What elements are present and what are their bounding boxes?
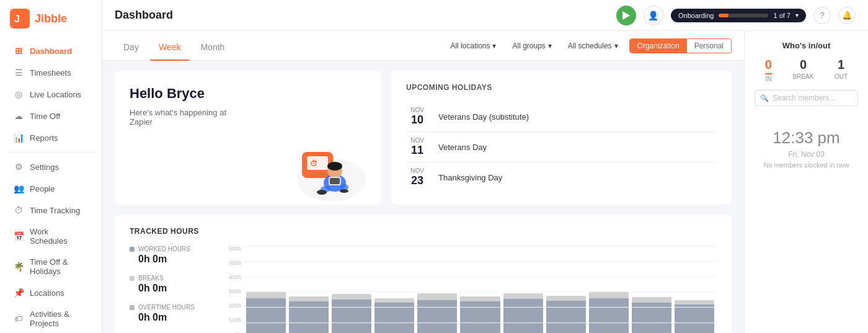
worked-label: WORKED HOURS — [138, 246, 190, 252]
page-title: Dashboard — [115, 9, 173, 22]
holiday-item-3: NOV 23 Thanksgiving Day — [406, 162, 717, 192]
bar-work-segment — [589, 298, 629, 333]
bar-work-segment — [246, 298, 286, 333]
onboarding-progress-bar — [719, 14, 768, 17]
svg-text:⏱: ⏱ — [310, 159, 317, 168]
y-label: 200h — [225, 303, 241, 309]
nav-divider — [7, 152, 94, 153]
holiday-month: NOV — [406, 167, 428, 174]
live-locations-icon: ◎ — [14, 89, 24, 99]
time-off-icon: ☁ — [14, 111, 24, 121]
onboarding-bar[interactable]: Onboarding 1 of 7 ▾ — [671, 9, 806, 22]
topbar-right: 👤 Onboarding 1 of 7 ▾ ? 🔔 — [616, 6, 856, 25]
dashboard-main: Day Week Month All locations ▾ All — [102, 31, 744, 333]
y-label: 500h — [225, 260, 241, 266]
personal-toggle-btn[interactable]: Personal — [687, 39, 731, 53]
bar-break-segment — [417, 293, 457, 300]
search-members-input[interactable]: 🔍 Search members... — [755, 90, 858, 106]
all-schedules-filter[interactable]: All schedules ▾ — [563, 39, 623, 53]
sidebar-item-people[interactable]: 👥 People — [4, 178, 98, 199]
tab-week[interactable]: Week — [150, 35, 190, 61]
sidebar-item-time-tracking[interactable]: ⏱ Time Tracking — [4, 200, 98, 221]
sidebar-item-locations[interactable]: 📌 Locations — [4, 282, 98, 303]
in-count: 0 — [765, 58, 772, 74]
sidebar-item-settings[interactable]: ⚙ Settings — [4, 156, 98, 177]
bar-break-segment — [675, 300, 714, 304]
holiday-day: 10 — [406, 113, 428, 127]
break-count: 0 — [793, 58, 814, 72]
holiday-item-1: NOV 10 Veterans Day (substitute) — [406, 102, 717, 132]
out-label: OUT — [835, 73, 848, 80]
welcome-illustration: ⏱ — [270, 118, 369, 205]
sidebar-item-live-locations[interactable]: ◎ Live Locations — [4, 84, 98, 105]
illustration-svg: ⏱ — [270, 118, 369, 205]
sidebar-item-label: Reports — [30, 133, 58, 143]
tab-month[interactable]: Month — [192, 35, 233, 61]
logo-text: Jibble — [35, 12, 67, 25]
sidebar-item-work-schedules[interactable]: 📅 Work Schedules — [4, 221, 98, 251]
holiday-date-1: NOV 10 — [406, 107, 428, 127]
all-locations-filter[interactable]: All locations ▾ — [445, 39, 501, 53]
bar-group — [675, 246, 714, 333]
content-area: Hello Bryce Here's what's happening at Z… — [102, 61, 744, 333]
all-schedules-label: All schedules — [568, 42, 612, 50]
welcome-title: Hello Bryce — [130, 86, 366, 102]
clock-in-status: No members clocked in now — [755, 161, 858, 169]
y-label: 400h — [225, 274, 241, 280]
svg-point-9 — [327, 162, 342, 171]
bar-break-segment — [246, 292, 286, 298]
logo[interactable]: J Jibble — [0, 0, 102, 37]
dashboard-icon: ⊞ — [14, 46, 24, 56]
locations-icon: 📌 — [14, 288, 24, 298]
bar-group — [546, 246, 586, 333]
help-button[interactable]: ? — [813, 7, 831, 24]
bar-work-segment — [460, 301, 500, 333]
worked-hours-legend: WORKED HOURS 0h 0m — [130, 246, 210, 265]
sidebar-item-time-off[interactable]: ☁ Time Off — [4, 105, 98, 127]
in-count-item: 0 IN — [765, 58, 772, 82]
svg-point-14 — [317, 190, 327, 195]
organization-toggle-btn[interactable]: Organization — [630, 39, 687, 53]
out-count: 1 — [835, 58, 848, 72]
sidebar-item-label: Dashboard — [30, 47, 72, 56]
bars-area — [244, 246, 717, 333]
all-groups-filter[interactable]: All groups ▾ — [507, 39, 556, 53]
reports-icon: 📊 — [14, 133, 24, 143]
notifications-button[interactable]: 🔔 — [838, 7, 856, 24]
play-icon — [622, 11, 630, 20]
sidebar-item-label: Work Schedules — [30, 227, 88, 246]
search-icon: 🔍 — [760, 94, 769, 102]
bar-group — [246, 246, 286, 333]
sidebar-item-dashboard[interactable]: ⊞ Dashboard — [4, 40, 98, 61]
sidebar-item-reports[interactable]: 📊 Reports — [4, 127, 98, 148]
overtime-dot — [130, 305, 135, 310]
play-timer-button[interactable] — [616, 6, 636, 25]
sidebar-item-label: Settings — [30, 162, 59, 172]
sidebar-item-time-off-holidays[interactable]: 🌴 Time Off & Holidays — [4, 252, 98, 282]
time-tracking-icon: ⏱ — [14, 205, 24, 215]
bar-group — [503, 246, 543, 333]
bar-group — [460, 246, 500, 333]
chevron-down-icon: ▾ — [795, 12, 799, 19]
bar-group — [332, 246, 371, 333]
sidebar-item-timesheets[interactable]: ☰ Timesheets — [4, 62, 98, 83]
sidebar: J Jibble ⊞ Dashboard ☰ Timesheets ◎ Live… — [0, 0, 102, 333]
holiday-day: 23 — [406, 174, 428, 187]
bar-work-segment — [503, 299, 543, 333]
bar-break-segment — [589, 292, 629, 298]
sidebar-item-activities-projects[interactable]: 🏷 Activities & Projects — [4, 304, 98, 333]
in-label: IN — [765, 76, 772, 82]
bar-work-segment — [417, 300, 457, 333]
svg-marker-2 — [622, 11, 630, 20]
tab-day[interactable]: Day — [115, 35, 148, 61]
sidebar-item-label: Time Tracking — [30, 206, 80, 215]
user-avatar-button[interactable]: 👤 — [644, 6, 663, 25]
sidebar-item-label: Time Off & Holidays — [30, 257, 88, 276]
holiday-month: NOV — [406, 107, 428, 113]
chevron-down-icon: ▾ — [614, 42, 618, 50]
bar-break-segment — [332, 294, 371, 300]
current-date: Fri, Nov 03 — [755, 150, 858, 159]
activities-icon: 🏷 — [14, 314, 24, 324]
holiday-name: Thanksgiving Day — [438, 173, 502, 182]
y-label: 100h — [225, 317, 241, 323]
